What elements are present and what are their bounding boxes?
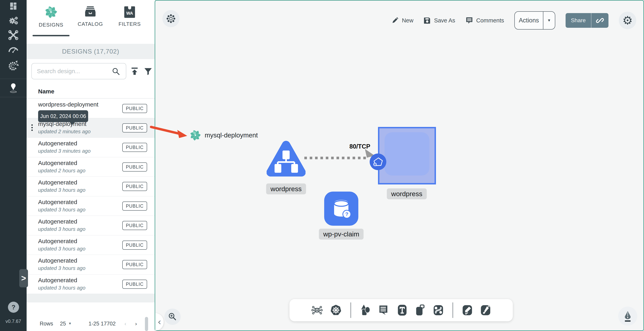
- tab-designs-label: DESIGNS: [39, 22, 63, 28]
- save-icon: [424, 17, 431, 24]
- tab-designs[interactable]: DESIGNS: [32, 5, 70, 28]
- comment-tool-icon[interactable]: [378, 305, 390, 316]
- pencil-icon: [392, 17, 399, 24]
- visibility-badge: PUBLIC: [122, 162, 147, 172]
- comments-button[interactable]: Comments: [466, 17, 504, 24]
- lifecycle-gears-icon[interactable]: [0, 15, 26, 26]
- active-tab-underline: [32, 35, 70, 36]
- clone-tool-icon[interactable]: [415, 304, 426, 316]
- save-as-button[interactable]: Save As: [424, 17, 455, 24]
- visibility-badge: PUBLIC: [122, 221, 147, 230]
- design-list-row[interactable]: Autogenerated updated 3 minutes ago PUBL…: [26, 138, 155, 157]
- design-name: Autogenerated: [38, 238, 77, 245]
- select-caret-icon: ▼: [68, 322, 72, 326]
- deployment-port-badge[interactable]: [370, 153, 386, 170]
- relationship-tool-icon[interactable]: [433, 305, 444, 316]
- new-button[interactable]: New: [392, 17, 413, 24]
- configuration-tools-icon[interactable]: [0, 30, 26, 40]
- toolbar-divider: [350, 303, 351, 318]
- edge-dotted-line[interactable]: [304, 157, 368, 159]
- panel-collapse-button[interactable]: ‹: [155, 313, 164, 331]
- sidebar-expand-button[interactable]: >: [19, 269, 28, 287]
- design-list-row[interactable]: Autogenerated updated 3 hours ago PUBLIC: [26, 275, 155, 294]
- drag-arrow-icon: [148, 123, 192, 141]
- panel-scrollbar-thumb[interactable]: [145, 317, 148, 331]
- comments-label: Comments: [476, 17, 504, 24]
- app-version: v0.7.67: [0, 319, 26, 324]
- funnel-icon: [144, 67, 152, 76]
- edit-pen-tool-icon[interactable]: [462, 305, 473, 316]
- kubernetes-tool-icon[interactable]: [330, 304, 342, 316]
- design-list-row[interactable]: Autogenerated updated 2 hours ago PUBLIC: [26, 157, 155, 177]
- gear-icon: ⚙: [622, 15, 633, 26]
- node-inner-surface: [384, 132, 430, 176]
- design-updated: updated 2 minutes ago: [38, 128, 91, 135]
- canvas-menu-button[interactable]: [162, 10, 180, 27]
- design-name: Autogenerated: [38, 199, 77, 205]
- rows-per-page-label: Rows: [40, 316, 53, 331]
- rows-per-page-select[interactable]: 25 ▼: [60, 316, 72, 331]
- drag-ghost-mysql-deployment: mysql-deployment: [190, 129, 258, 141]
- canvas-top-toolbar: New Save As Comments Actions ▼ Share: [392, 11, 636, 30]
- tab-catalog[interactable]: CATALOG: [72, 5, 109, 27]
- copy-link-button[interactable]: [592, 16, 608, 24]
- node-wordpress-service[interactable]: [266, 139, 306, 180]
- search-icon: [112, 67, 120, 76]
- node-label-wordpress-service: wordpress: [266, 183, 306, 194]
- performance-gauge-icon[interactable]: [0, 44, 26, 53]
- row-menu-icon[interactable]: [31, 124, 33, 131]
- updated-date-tooltip: Jun 02, 2024 00:06: [38, 110, 88, 122]
- volume-claim-icon: ?: [329, 197, 353, 221]
- design-list-row[interactable]: Autogenerated updated 3 hours ago PUBLIC: [26, 235, 155, 255]
- design-list-row[interactable]: Autogenerated updated 3 hours ago PUBLIC: [26, 255, 155, 275]
- design-name: Autogenerated: [38, 218, 77, 225]
- name-column-header: Name: [38, 88, 54, 95]
- actions-button[interactable]: Actions ▼: [514, 11, 555, 29]
- next-page-button[interactable]: ›: [135, 316, 137, 331]
- filter-button[interactable]: [142, 66, 154, 77]
- drag-ghost-label: mysql-deployment: [205, 131, 258, 139]
- draw-pencil-tool-icon[interactable]: [480, 305, 491, 316]
- design-list-row[interactable]: Autogenerated updated 3 hours ago PUBLIC: [26, 216, 155, 235]
- kanvas-pin-icon[interactable]: [0, 82, 26, 94]
- design-updated: updated 3 hours ago: [38, 265, 86, 271]
- design-updated: updated 3 hours ago: [38, 226, 86, 232]
- help-button[interactable]: ?: [8, 302, 19, 313]
- designs-list: wordpress-deployment PUBLIC mysql-deploy…: [26, 99, 155, 294]
- upload-icon: [130, 67, 139, 76]
- new-label: New: [402, 17, 413, 24]
- shapes-tool-icon[interactable]: [360, 304, 371, 316]
- design-updated: updated 2 hours ago: [38, 168, 86, 174]
- prev-page-button[interactable]: ‹: [124, 316, 126, 331]
- components-tool-icon[interactable]: [311, 305, 323, 316]
- text-tool-icon[interactable]: [397, 305, 408, 316]
- extensions-icon[interactable]: [0, 60, 26, 71]
- actions-caret-icon[interactable]: ▼: [543, 18, 555, 23]
- settings-button[interactable]: ⚙: [619, 12, 636, 29]
- design-updated: updated 3 hours ago: [38, 285, 86, 291]
- design-name: Autogenerated: [38, 179, 77, 186]
- design-updated: updated 3 hours ago: [38, 246, 86, 252]
- pentagon-icon: [372, 155, 384, 168]
- share-label: Share: [566, 17, 591, 23]
- design-updated: updated 3 minutes ago: [38, 148, 91, 154]
- node-wp-pv-claim[interactable]: ?: [324, 192, 358, 226]
- tab-filters[interactable]: WA FILTERS: [111, 5, 148, 27]
- zoom-in-button[interactable]: [164, 309, 181, 325]
- node-label-wp-pv-claim: wp-pv-claim: [319, 229, 364, 240]
- node-wordpress-deployment-selected[interactable]: [378, 127, 436, 184]
- kanvas-canvas[interactable]: New Save As Comments Actions ▼ Share: [155, 0, 644, 331]
- design-mode-button[interactable]: [618, 307, 637, 326]
- dashboard-icon[interactable]: [0, 1, 26, 11]
- design-name: Autogenerated: [38, 140, 77, 147]
- tab-filters-label: FILTERS: [118, 21, 141, 27]
- design-list-row[interactable]: Autogenerated updated 3 hours ago PUBLIC: [26, 177, 155, 196]
- share-button[interactable]: Share: [566, 13, 608, 28]
- design-list-row[interactable]: Autogenerated updated 3 hours ago PUBLIC: [26, 196, 155, 216]
- zoom-in-icon: [168, 312, 177, 321]
- visibility-badge: PUBLIC: [122, 280, 147, 289]
- import-design-button[interactable]: [129, 66, 140, 77]
- catalog-archive-icon: [84, 5, 96, 18]
- visibility-badge: PUBLIC: [122, 182, 147, 191]
- service-triangle-icon: [266, 139, 306, 179]
